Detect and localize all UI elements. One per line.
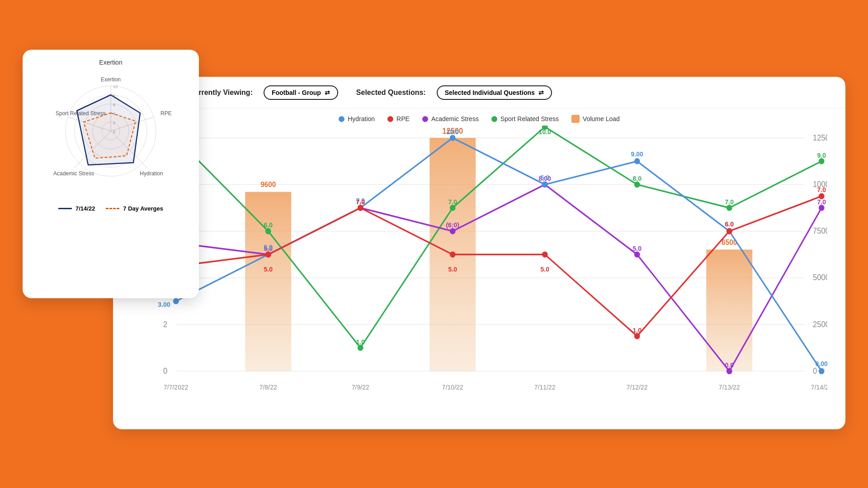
- group-swap-icon[interactable]: ⇄: [325, 89, 330, 96]
- svg-text:7500: 7500: [813, 227, 827, 236]
- hydration-dot-4: [450, 135, 456, 141]
- svg-text:7.0: 7.0: [725, 198, 734, 205]
- rpe-dot-3: [358, 205, 363, 211]
- svg-text:9600: 9600: [260, 180, 276, 188]
- main-chart-svg: 0 2 4 6 8 10 0 2500 5000 7500 10000 1250…: [136, 126, 827, 420]
- chart-legend: Hydration RPE Academic Stress Sport Rela…: [113, 108, 845, 126]
- svg-text:7/10/22: 7/10/22: [442, 384, 463, 391]
- svg-text:2500: 2500: [813, 320, 827, 329]
- chart-area: 0 2 4 6 8 10 0 2500 5000 7500 10000 1250…: [113, 126, 845, 420]
- group-pill[interactable]: Football - Group ⇄: [264, 85, 338, 100]
- rpe-dot-8: [819, 193, 825, 199]
- sport-stress-dot-3: [358, 345, 363, 351]
- sport-stress-dot-6: [634, 182, 640, 188]
- solid-line-icon: [58, 208, 72, 209]
- acad-dot-7: [726, 368, 732, 375]
- selected-questions-label: Selected Questions:: [356, 89, 426, 97]
- volume-load-label: Volume Load: [583, 115, 620, 122]
- svg-text:5.0: 5.0: [541, 266, 549, 273]
- dashed-line-icon: [106, 208, 119, 209]
- questions-pill[interactable]: Selected Individual Questions ⇄: [437, 85, 552, 100]
- svg-text:7/8/22: 7/8/22: [259, 384, 277, 391]
- svg-text:7/11/22: 7/11/22: [534, 384, 556, 391]
- legend-7-14: 7/14/22: [58, 205, 95, 212]
- svg-text:5000: 5000: [813, 273, 827, 282]
- svg-text:Academic Stress: Academic Stress: [53, 170, 94, 177]
- rpe-dot-6: [634, 333, 640, 339]
- hydration-dot-1: [173, 298, 179, 305]
- svg-text:6.0: 6.0: [725, 220, 734, 227]
- svg-text:10.0: 10.0: [539, 128, 551, 136]
- rpe-dot: [387, 116, 393, 122]
- svg-text:5.0: 5.0: [541, 174, 549, 181]
- svg-text:12500: 12500: [813, 133, 827, 142]
- svg-text:7/13/22: 7/13/22: [719, 384, 740, 391]
- rpe-dot-5: [542, 251, 548, 258]
- sport-stress-dot-7: [726, 205, 732, 211]
- svg-text:7/12/22: 7/12/22: [627, 384, 648, 391]
- radar-card: Exertion Exertion: [23, 50, 199, 298]
- acad-dot-8: [819, 205, 825, 211]
- svg-text:7/14/22: 7/14/22: [811, 384, 827, 391]
- svg-text:9.0: 9.0: [817, 151, 826, 159]
- svg-text:10.0: 10.0: [447, 128, 459, 136]
- bar-6500: [706, 249, 752, 371]
- questions-pill-label: Selected Individual Questions: [445, 89, 535, 96]
- legend-rpe: RPE: [387, 115, 410, 122]
- svg-text:1.0: 1.0: [356, 338, 365, 345]
- legend-714-label: 7/14/22: [75, 205, 95, 212]
- svg-text:8.0: 8.0: [633, 175, 642, 182]
- svg-text:RPE: RPE: [160, 110, 172, 117]
- rpe-dot-2: [265, 251, 271, 258]
- academic-stress-label: Academic Stress: [431, 115, 479, 122]
- svg-text:Exertion: Exertion: [101, 76, 121, 83]
- acad-dot-4: [450, 228, 456, 235]
- sport-stress-dot: [491, 116, 497, 122]
- radar-exertion-label: Exertion: [99, 59, 122, 66]
- svg-text:(6:0): (6:0): [446, 221, 459, 229]
- chart-header: tball ⇄ Currently Viewing: Football - Gr…: [113, 77, 845, 108]
- svg-text:7/7/2022: 7/7/2022: [164, 384, 189, 391]
- svg-text:5.0: 5.0: [633, 245, 642, 252]
- svg-text:10: 10: [113, 84, 118, 89]
- sport-stress-label: Sport Related Stress: [500, 115, 559, 122]
- sport-stress-dot-8: [819, 158, 825, 164]
- hydration-label: Hydration: [348, 115, 375, 122]
- radar-legend: 7/14/22 7 Day Averges: [58, 205, 163, 212]
- svg-text:0.00: 0.00: [816, 360, 827, 367]
- svg-text:1.0: 1.0: [633, 326, 642, 333]
- hydration-dot: [339, 116, 344, 122]
- svg-text:0.0: 0.0: [725, 361, 734, 369]
- svg-text:5.0: 5.0: [448, 266, 457, 273]
- main-container: Exertion Exertion: [23, 41, 845, 447]
- legend-7day-label: 7 Day Averges: [123, 205, 163, 212]
- legend-hydration: Hydration: [339, 115, 375, 122]
- group-pill-label: Football - Group: [272, 89, 321, 96]
- svg-text:2: 2: [163, 320, 167, 329]
- hydration-dot-5: [542, 182, 548, 188]
- svg-text:0: 0: [813, 366, 817, 375]
- legend-7day: 7 Day Averges: [106, 205, 163, 212]
- rpe-label: RPE: [396, 115, 410, 122]
- svg-text:7.0: 7.0: [817, 186, 826, 193]
- legend-volume-load: Volume Load: [571, 115, 620, 123]
- radar-chart: Exertion RPE Hydration Academic Stress S…: [47, 68, 174, 194]
- chart-card: tball ⇄ Currently Viewing: Football - Gr…: [113, 77, 845, 429]
- legend-sport-stress: Sport Related Stress: [491, 115, 559, 122]
- sport-stress-dot-4: [450, 205, 456, 211]
- svg-text:9.00: 9.00: [631, 150, 643, 158]
- sport-stress-dot-2: [265, 228, 271, 235]
- questions-swap-icon[interactable]: ⇄: [538, 89, 544, 96]
- svg-text:5.0: 5.0: [264, 244, 273, 251]
- rpe-dot-4: [450, 251, 456, 258]
- svg-text:Hydration: Hydration: [140, 170, 163, 177]
- bar-9600: [245, 192, 291, 371]
- svg-text:0: 0: [163, 366, 167, 375]
- svg-text:3.00: 3.00: [158, 300, 170, 308]
- svg-text:6.0: 6.0: [264, 221, 273, 229]
- legend-academic-stress: Academic Stress: [422, 115, 479, 122]
- svg-text:7/9/22: 7/9/22: [352, 384, 369, 391]
- hydration-dot-8: [819, 368, 825, 375]
- volume-load-square: [571, 115, 580, 123]
- hydration-dot-6: [634, 158, 640, 164]
